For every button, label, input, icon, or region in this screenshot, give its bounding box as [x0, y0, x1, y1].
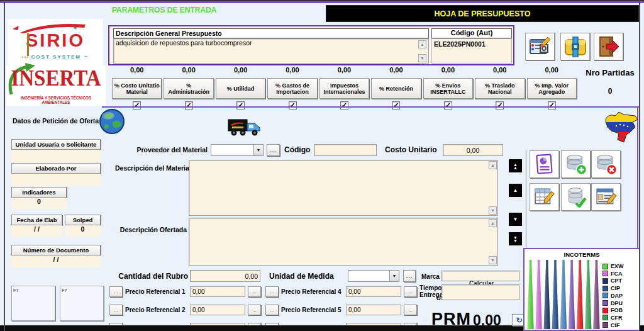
incoterms-bar — [577, 260, 584, 329]
proveedor-combobox[interactable]: ▼ — [211, 144, 264, 156]
unidad-usuaria-field[interactable] — [11, 150, 101, 163]
param-button[interactable]: % Costo Unitatio Material — [112, 78, 162, 99]
codigo-input[interactable] — [314, 144, 377, 156]
precio-browse-right-button[interactable]: ... — [404, 286, 417, 297]
precio-input[interactable] — [346, 305, 401, 315]
desc-material-label: Descripción del Material — [115, 164, 187, 172]
param-checkbox-checked[interactable] — [340, 101, 348, 109]
fecha-elab-button[interactable]: Fecha de Elab — [11, 215, 62, 225]
legend-label: CIF — [611, 322, 620, 328]
edit-detail-button[interactable] — [591, 183, 621, 211]
precio-browse-left-button[interactable]: ... — [109, 286, 123, 297]
precio-browse-left-button[interactable]: ... — [109, 305, 123, 315]
sirio-dots-icon: ▪▪▪ — [22, 54, 31, 60]
param-checkbox-checked[interactable] — [548, 101, 556, 109]
costo-unitario-input[interactable] — [443, 144, 503, 156]
numero-documento-value: / / — [11, 255, 101, 267]
window-border-left — [4, 0, 5, 331]
nro-partidas-value: 0 — [580, 87, 640, 96]
sirio-subtitle: COST SYSTEM — [31, 54, 81, 60]
incoterms-bar — [569, 260, 575, 329]
cantidad-input[interactable] — [190, 270, 260, 282]
tab-hoja-presupuesto[interactable]: HOJA DE PRESUPUESTO — [326, 5, 639, 22]
precio-input[interactable] — [190, 286, 245, 297]
desc-general-scroll-up-icon[interactable]: ▲ — [418, 40, 426, 48]
param-checkbox-checked[interactable] — [289, 101, 297, 109]
incoterms-title: INCOTERMS — [525, 251, 639, 258]
desc-material-scroll-up-icon[interactable]: ▲ — [489, 161, 497, 169]
desc-ofertada-input[interactable] — [189, 218, 498, 266]
tiempo-entrega-input[interactable] — [441, 284, 519, 300]
table-edit-icon — [534, 186, 555, 208]
chevron-down-icon[interactable]: ▼ — [389, 271, 399, 281]
param-button[interactable]: % Traslado Nacional — [475, 78, 525, 99]
param-checkbox-checked[interactable] — [236, 101, 245, 109]
param-button[interactable]: % Utilidad — [216, 78, 265, 99]
precio-input[interactable] — [346, 286, 401, 297]
param-checkbox-checked[interactable] — [185, 101, 193, 109]
report-button[interactable] — [530, 150, 559, 178]
precio-browse-right-button[interactable]: ... — [404, 305, 417, 315]
first-record-button[interactable]: ▲▲ — [509, 159, 522, 172]
exit-button[interactable] — [594, 33, 623, 60]
f7-list-left[interactable]: F7 — [11, 286, 55, 321]
unidad-medida-browse-button[interactable]: ... — [403, 270, 416, 282]
param-button[interactable]: % Envios INSERTALLC — [423, 78, 473, 99]
param-checkbox-checked[interactable] — [496, 101, 504, 109]
param-checkbox-checked[interactable] — [133, 101, 141, 109]
param-button[interactable]: % Retención — [371, 78, 421, 99]
incoterms-bar — [552, 260, 558, 329]
precio-browse-right-button[interactable]: ... — [248, 286, 261, 297]
last-record-button[interactable]: ▼▼ — [509, 232, 522, 245]
database-check-icon — [565, 186, 587, 208]
param-button[interactable]: % Imp. Valor Agregado — [527, 78, 577, 99]
param-button[interactable]: % Administración — [164, 78, 213, 99]
indicadores-button[interactable]: Indicadores — [11, 187, 67, 198]
desc-material-scroll-down-icon[interactable]: ▼ — [489, 206, 497, 215]
elaborado-por-button[interactable]: Elaborado Por — [11, 163, 101, 174]
incoterms-bar — [543, 260, 550, 329]
tab-title: HOJA DE PRESUPUESTO — [435, 9, 531, 18]
save-record-button[interactable] — [561, 183, 591, 211]
add-record-button[interactable] — [561, 150, 591, 178]
desc-material-input[interactable] — [189, 160, 498, 216]
next-record-button[interactable]: ▼ — [509, 213, 522, 226]
precio-input[interactable] — [190, 305, 245, 315]
unidad-usuaria-button[interactable]: Unidad Usuaria o Solicitante — [11, 139, 101, 150]
desc-ofertada-scroll-up-icon[interactable]: ▲ — [489, 219, 497, 227]
param-button[interactable]: Impuestos Internacionales — [319, 78, 369, 99]
param-column: 0,00 % Envios INSERTALLC — [423, 66, 473, 109]
sirio-name: SIRIO — [8, 30, 103, 51]
desc-general-input[interactable] — [113, 38, 429, 64]
numero-documento-button[interactable]: Número de Documento — [11, 245, 101, 255]
param-column: 0,00 % Utilidad — [216, 66, 265, 109]
edit-table-button[interactable] — [530, 183, 559, 211]
proveedor-label: Proveedor del Material — [119, 146, 208, 154]
inserta-logo: INSERTA INGENIERÍA Y SERVICIOS TÉCNICOS … — [6, 65, 106, 106]
param-button[interactable]: % Gastos de Importacion — [267, 78, 317, 99]
param-checkbox-checked[interactable] — [392, 101, 400, 109]
f7-list-right[interactable]: F7 — [60, 286, 104, 321]
desc-general-scroll-down-icon[interactable]: ▼ — [418, 54, 426, 62]
previous-record-button[interactable]: ▲ — [509, 184, 522, 197]
chevron-down-icon[interactable]: ▼ — [253, 145, 263, 155]
precio-row: ... Precio Referencial 5 ... — [265, 301, 421, 319]
desc-ofertada-scroll-down-icon[interactable]: ▼ — [489, 256, 497, 264]
edit-form-icon — [529, 36, 552, 57]
legend-swatch — [602, 300, 608, 306]
solped-button[interactable]: Solped — [65, 215, 101, 225]
precio-row: ... Precio Referencial 4 ... — [265, 283, 421, 301]
unidad-medida-combobox[interactable]: ▼ — [348, 270, 399, 282]
archive-button[interactable] — [560, 33, 590, 60]
incoterms-bar — [560, 260, 567, 329]
legend-swatch — [602, 308, 608, 313]
precio-browse-left-button[interactable]: ... — [265, 305, 279, 315]
elaborado-por-field[interactable] — [11, 174, 101, 186]
param-checkbox-checked[interactable] — [444, 101, 452, 109]
param-column: 0,00 % Traslado Nacional — [475, 66, 525, 109]
proveedor-browse-button[interactable]: ... — [267, 144, 280, 156]
precio-browse-left-button[interactable]: ... — [265, 286, 279, 297]
edit-form-button[interactable] — [525, 33, 555, 60]
delete-record-button[interactable] — [591, 150, 621, 178]
precio-browse-right-button[interactable]: ... — [248, 305, 261, 315]
